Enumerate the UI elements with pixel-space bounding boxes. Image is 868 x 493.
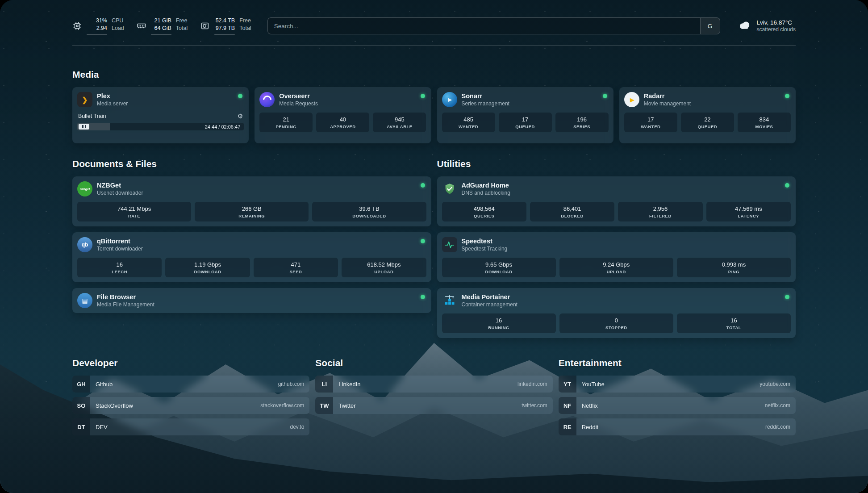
bookmark-name: Netflix — [582, 402, 598, 409]
service-name: Overseerr — [279, 92, 318, 100]
radarr-icon — [624, 92, 639, 107]
service-subtitle: Container management — [462, 301, 517, 308]
stat-latency: 47.569 msLATENCY — [706, 202, 791, 221]
bookmark-linkedin[interactable]: LI LinkedIn linkedin.com — [315, 376, 552, 393]
service-subtitle: Media File Management — [97, 301, 154, 308]
sonarr-card[interactable]: Sonarr Series management 485WANTED 17QUE… — [437, 87, 613, 143]
bookmark-abbr: NF — [559, 397, 576, 414]
qbittorrent-icon — [77, 237, 92, 252]
bookmark-youtube[interactable]: YT YouTube youtube.com — [559, 376, 796, 393]
section-title-documents: Documents & Files — [72, 159, 431, 169]
weather-widget: Lviv, 16.87°C scattered clouds — [736, 18, 796, 33]
stat-rate: 744.21 MbpsRATE — [77, 202, 191, 221]
service-name: NZBGet — [97, 182, 143, 189]
status-dot — [785, 94, 789, 98]
service-subtitle: DNS and adblocking — [462, 190, 510, 196]
section-title-entertainment: Entertainment — [559, 358, 796, 368]
now-playing-title: Bullet Train — [78, 113, 106, 119]
memory-widget: 21 GiB 64 GiB Free Total — [137, 17, 188, 35]
status-dot — [603, 94, 607, 98]
bookmark-abbr: YT — [559, 376, 576, 393]
stat-download: 1.19 GbpsDOWNLOAD — [165, 258, 250, 277]
nzbget-card[interactable]: NZBGet Usenet downloader 744.21 MbpsRATE… — [72, 176, 431, 226]
section-title-social: Social — [315, 358, 552, 368]
bookmark-dev[interactable]: DT DEV dev.to — [72, 418, 309, 435]
service-name: File Browser — [97, 293, 154, 301]
bookmark-github[interactable]: GH Github github.com — [72, 376, 309, 393]
service-name: Speedtest — [462, 238, 508, 245]
overseerr-card[interactable]: Overseerr Media Requests 21PENDING 40APP… — [255, 87, 431, 143]
speedtest-card[interactable]: Speedtest Speedtest Tracking 9.65 GbpsDO… — [437, 232, 796, 282]
dashboard-content: 31% 2.94 CPU Load — [0, 0, 868, 493]
stat-queued: 17QUEUED — [499, 113, 552, 132]
stat-wanted: 485WANTED — [442, 113, 495, 132]
bookmark-url: dev.to — [290, 424, 305, 430]
portainer-card[interactable]: Media Portainer Container management 16R… — [437, 288, 796, 338]
status-dot — [421, 295, 425, 299]
bookmark-abbr: GH — [72, 376, 90, 393]
stat-upload: 618.52 MbpsUPLOAD — [342, 258, 426, 277]
service-name: Media Portainer — [462, 293, 517, 301]
status-dot — [421, 183, 425, 188]
overseerr-icon — [259, 92, 275, 107]
stat-ping: 0.993 msPING — [677, 258, 791, 277]
bookmark-name: Github — [96, 381, 113, 388]
filebrowser-card[interactable]: File Browser Media File Management — [72, 288, 431, 313]
bookmark-abbr: DT — [72, 418, 90, 435]
bookmark-netflix[interactable]: NF Netflix netflix.com — [559, 397, 796, 414]
memory-total: 64 GiB — [151, 25, 171, 33]
memory-values: 21 GiB 64 GiB — [151, 17, 171, 35]
status-dot — [238, 94, 242, 98]
section-social: Social LI LinkedIn linkedin.com TW Twitt… — [315, 358, 552, 435]
cpu-usage-bar — [87, 34, 107, 35]
memory-icon — [137, 21, 146, 31]
bookmark-url: youtube.com — [760, 381, 790, 387]
memory-usage-bar — [151, 34, 171, 35]
section-media: Media Plex Media server Bullet Train — [72, 69, 796, 143]
cpu-widget: 31% 2.94 CPU Load — [72, 17, 124, 35]
radarr-card[interactable]: Radarr Movie management 17WANTED 22QUEUE… — [619, 87, 796, 143]
stat-queued: 22QUEUED — [681, 113, 734, 132]
status-dot — [421, 239, 425, 243]
weather-location: Lviv, 16.87°C — [757, 19, 796, 26]
service-name: Radarr — [644, 92, 691, 100]
section-utilities: Utilities AdGuard Home DNS and adblockin… — [437, 159, 796, 338]
disk-labels: Free Total — [239, 17, 251, 35]
stat-blocked: 86,401BLOCKED — [530, 202, 614, 221]
stat-seed: 471SEED — [254, 258, 338, 277]
section-title-media: Media — [72, 69, 796, 80]
adguard-card[interactable]: AdGuard Home DNS and adblocking 498,564Q… — [437, 176, 796, 226]
speedtest-pulse-icon — [442, 237, 457, 252]
filebrowser-icon — [77, 293, 92, 308]
playback-time: 24:44 / 02:06:47 — [205, 124, 244, 130]
disk-icon — [200, 21, 210, 31]
memory-labels: Free Total — [176, 17, 188, 35]
section-entertainment: Entertainment YT YouTube youtube.com NF … — [559, 358, 796, 435]
service-subtitle: Usenet downloader — [97, 190, 143, 196]
bookmark-stackoverflow[interactable]: SO StackOverflow stackoverflow.com — [72, 397, 309, 414]
search-bar: G — [267, 17, 720, 34]
sonarr-icon — [442, 92, 457, 107]
bookmark-twitter[interactable]: TW Twitter twitter.com — [315, 397, 552, 414]
status-dot — [785, 295, 789, 299]
resource-metrics: 31% 2.94 CPU Load — [72, 17, 251, 35]
service-subtitle: Movie management — [644, 100, 691, 107]
bookmark-name: YouTube — [582, 381, 605, 388]
search-provider-button[interactable]: G — [700, 18, 720, 34]
bookmark-name: LinkedIn — [338, 381, 360, 388]
gear-icon[interactable] — [238, 113, 243, 120]
qbittorrent-card[interactable]: qBittorrent Torrent downloader 16LEECH 1… — [72, 232, 431, 282]
bookmark-name: Twitter — [338, 402, 355, 409]
search-input[interactable] — [268, 18, 700, 34]
service-subtitle: Speedtest Tracking — [462, 246, 508, 252]
stat-approved: 40APPROVED — [316, 113, 369, 132]
service-subtitle: Series management — [462, 100, 509, 107]
plex-card[interactable]: Plex Media server Bullet Train 24:44 / 0… — [72, 87, 249, 143]
section-title-utilities: Utilities — [437, 159, 796, 169]
nzbget-icon — [77, 181, 92, 196]
bookmark-reddit[interactable]: RE Reddit reddit.com — [559, 418, 796, 435]
bookmark-name: Reddit — [582, 424, 599, 430]
stat-downloaded: 39.6 TBDOWNLOADED — [312, 202, 426, 221]
stat-queries: 498,564QUERIES — [442, 202, 526, 221]
playback-progress-bar: 24:44 / 02:06:47 — [77, 123, 244, 130]
